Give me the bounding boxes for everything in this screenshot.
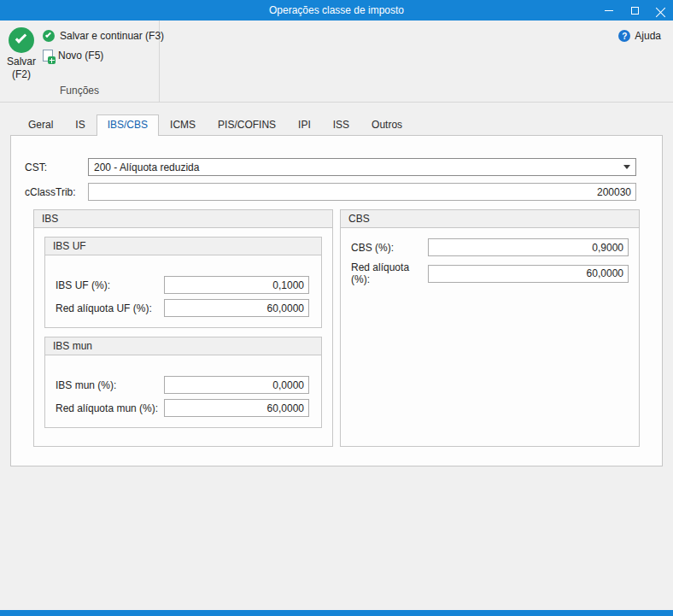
maximize-icon <box>631 7 639 15</box>
ibs-mun-red-aliquota-input[interactable] <box>164 399 309 417</box>
ibs-group-body: IBS UF IBS UF (%): Red alíquota UF (%): <box>34 228 332 446</box>
ibs-group-header: IBS <box>34 210 332 228</box>
ibs-mun-group-title: IBS mun <box>53 340 92 352</box>
cst-combobox[interactable]: 200 - Alíquota reduzida <box>88 158 636 176</box>
ibs-uf-group-body: IBS UF (%): Red alíquota UF (%): <box>45 255 321 327</box>
cclasstrib-label: cClassTrib: <box>25 186 88 198</box>
tab-strip: Geral IS IBS/CBS ICMS PIS/COFINS IPI ISS… <box>10 114 663 135</box>
ibs-uf-percent-input[interactable] <box>164 276 309 294</box>
ribbon-group-funcoes: Salvar (F2) Salvar e continuar (F3) Novo… <box>0 21 160 102</box>
save-check-icon <box>9 27 34 53</box>
tab-icms[interactable]: ICMS <box>159 114 207 135</box>
tab-outros[interactable]: Outros <box>360 114 413 135</box>
tab-ibs-cbs[interactable]: IBS/CBS <box>97 114 159 136</box>
minimize-icon <box>605 10 613 11</box>
cbs-group-title: CBS <box>348 213 370 225</box>
ibs-mun-group-body: IBS mun (%): Red alíquota mun (%): <box>45 355 321 427</box>
chevron-down-icon <box>623 165 630 169</box>
save-continue-label: Salvar e continuar (F3) <box>60 30 164 42</box>
ibs-uf-group-title: IBS UF <box>53 240 86 252</box>
tab-ipi[interactable]: IPI <box>287 114 322 135</box>
save-continue-button[interactable]: Salvar e continuar (F3) <box>43 30 164 42</box>
window-bottom-edge <box>0 610 673 616</box>
close-icon <box>656 6 665 15</box>
ibs-group: IBS IBS UF IBS UF (%): <box>33 209 333 447</box>
close-button[interactable] <box>647 0 673 21</box>
new-button-label: Novo (F5) <box>58 50 103 62</box>
cbs-group: CBS CBS (%): Red alíquota (%): <box>340 209 640 447</box>
maximize-button[interactable] <box>622 0 647 21</box>
titlebar-spacer <box>0 0 77 21</box>
cst-row: CST: 200 - Alíquota reduzida <box>25 158 636 176</box>
ibs-uf-red-aliquota-input[interactable] <box>164 299 309 317</box>
ibs-mun-group: IBS mun IBS mun (%): Red alíquota mun (%… <box>44 337 322 428</box>
ibs-mun-red-aliquota-label: Red alíquota mun (%): <box>56 402 164 414</box>
ribbon-group-content: Salvar (F2) Salvar e continuar (F3) Novo… <box>0 21 159 82</box>
cbs-percent-label: CBS (%): <box>351 242 428 254</box>
cbs-group-header: CBS <box>341 210 639 228</box>
minimize-button[interactable] <box>596 0 622 21</box>
new-document-icon <box>43 50 53 62</box>
save-button[interactable]: Salvar (F2) <box>7 26 36 82</box>
cbs-percent-input[interactable] <box>428 238 629 256</box>
tab-panel: CST: 200 - Alíquota reduzida cClassTrib:… <box>10 135 663 466</box>
ibs-mun-red-aliquota-row: Red alíquota mun (%): <box>56 399 309 417</box>
ibs-group-title: IBS <box>42 213 58 225</box>
cbs-group-body: CBS (%): Red alíquota (%): <box>341 228 639 446</box>
groups-container: IBS IBS UF IBS UF (%): <box>33 209 640 447</box>
ibs-uf-group-header: IBS UF <box>45 238 321 255</box>
ibs-uf-red-aliquota-row: Red alíquota UF (%): <box>56 299 309 317</box>
new-button[interactable]: Novo (F5) <box>43 50 164 62</box>
tab-geral[interactable]: Geral <box>17 114 64 135</box>
help-button[interactable]: ? Ajuda <box>618 30 661 42</box>
ibs-mun-group-header: IBS mun <box>45 337 321 355</box>
ribbon: Salvar (F2) Salvar e continuar (F3) Novo… <box>0 21 673 103</box>
ibs-mun-percent-input[interactable] <box>164 376 309 394</box>
title-bar: Operações classe de imposto <box>0 0 673 21</box>
ibs-uf-red-aliquota-label: Red alíquota UF (%): <box>56 302 164 314</box>
cbs-red-aliquota-row: Red alíquota (%): <box>351 261 629 285</box>
small-buttons: Salvar e continuar (F3) Novo (F5) <box>43 26 164 82</box>
save-continue-icon <box>43 30 55 42</box>
cbs-percent-row: CBS (%): <box>351 238 629 256</box>
ribbon-group-label: Funções <box>0 82 159 102</box>
cst-value: 200 - Alíquota reduzida <box>94 161 623 173</box>
app-window: Operações classe de imposto Salvar (F2) <box>0 0 673 616</box>
ibs-uf-percent-row: IBS UF (%): <box>56 276 309 294</box>
save-button-label: Salvar (F2) <box>7 56 36 81</box>
tab-pis-cofins[interactable]: PIS/COFINS <box>207 114 287 135</box>
tabs-area: Geral IS IBS/CBS ICMS PIS/COFINS IPI ISS… <box>0 103 673 610</box>
ibs-uf-group: IBS UF IBS UF (%): Red alíquota UF (%): <box>44 237 322 328</box>
cbs-red-aliquota-label: Red alíquota (%): <box>351 261 428 285</box>
ibs-uf-percent-label: IBS UF (%): <box>56 279 164 291</box>
ibs-mun-percent-label: IBS mun (%): <box>56 379 164 391</box>
help-icon: ? <box>618 30 630 42</box>
help-label: Ajuda <box>635 30 661 42</box>
ibs-mun-percent-row: IBS mun (%): <box>56 376 309 394</box>
cclasstrib-input[interactable] <box>88 183 636 201</box>
cclasstrib-row: cClassTrib: <box>25 183 636 201</box>
tab-iss[interactable]: ISS <box>322 114 360 135</box>
tab-is[interactable]: IS <box>64 114 96 135</box>
ribbon-rest: ? Ajuda <box>160 21 673 102</box>
cst-label: CST: <box>25 161 88 173</box>
cbs-red-aliquota-input[interactable] <box>428 265 629 283</box>
window-controls <box>596 0 673 21</box>
window-title: Operações classe de imposto <box>77 0 596 21</box>
